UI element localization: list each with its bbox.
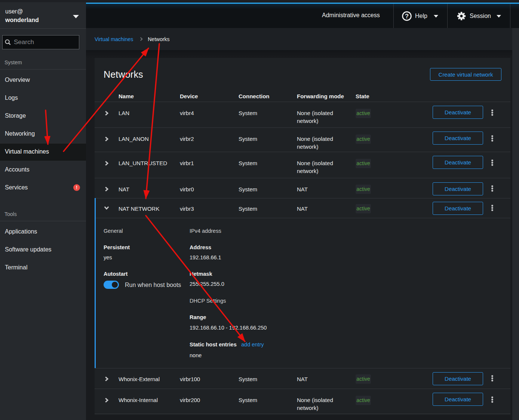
- svg-text:?: ?: [405, 13, 409, 19]
